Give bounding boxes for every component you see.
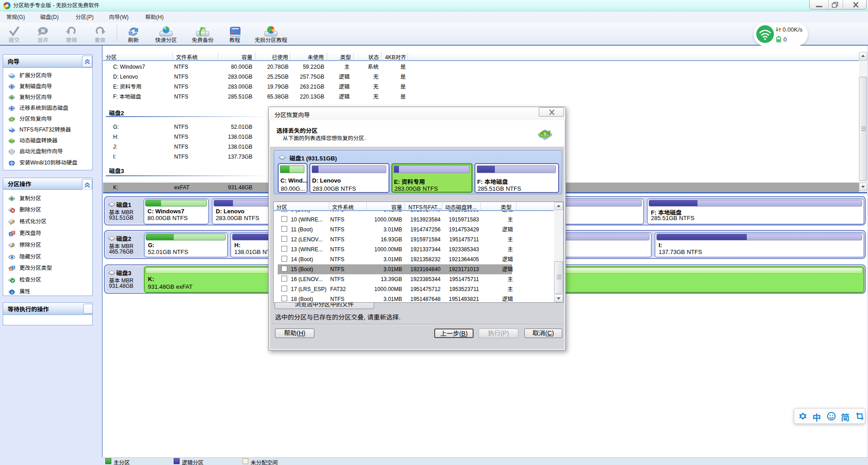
svg-text:2: 2	[13, 266, 14, 269]
svg-text:C: C	[10, 233, 12, 236]
svg-text:D: D	[12, 231, 14, 234]
svg-text:1: 1	[10, 268, 12, 271]
svg-text:i: i	[11, 291, 12, 295]
